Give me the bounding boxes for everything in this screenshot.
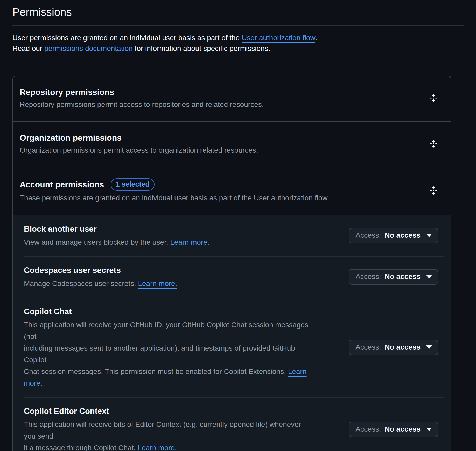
access-label: Access: bbox=[355, 344, 381, 351]
learn-more-link[interactable]: Learn more. bbox=[170, 238, 209, 246]
page-title: Permissions bbox=[12, 4, 464, 19]
section-description: These permissions are granted on an indi… bbox=[20, 193, 329, 203]
permission-name: Codespaces user secrets bbox=[24, 265, 121, 276]
permission-description-text: Manage Codespaces user secrets. bbox=[24, 279, 138, 288]
intro-line1-text: User permissions are granted on an indiv… bbox=[12, 34, 242, 42]
permission-name-line: Copilot Editor Context bbox=[24, 406, 312, 417]
fold-icon bbox=[429, 186, 438, 195]
permission-row-main: Copilot Chat This application will recei… bbox=[24, 306, 322, 389]
section-text: Organization permissions Organization pe… bbox=[20, 133, 258, 155]
permission-row-action: Access:No access bbox=[349, 269, 438, 285]
section-toggle-button[interactable] bbox=[427, 138, 440, 150]
section-title: Repository permissions bbox=[20, 87, 264, 97]
unfold-icon bbox=[429, 140, 438, 148]
access-label: Access: bbox=[355, 273, 381, 280]
permission-name-line: Codespaces user secrets bbox=[24, 265, 312, 276]
access-dropdown[interactable]: Access:No access bbox=[349, 269, 438, 285]
permissions-page: Permissions User permissions are granted… bbox=[0, 0, 476, 451]
access-label: Access: bbox=[355, 232, 381, 239]
permission-row-action: Access:No access bbox=[349, 340, 438, 355]
permission-name: Copilot Editor Context bbox=[24, 406, 109, 417]
permission-description-text: View and manage users blocked by the use… bbox=[24, 238, 170, 246]
dropdown-caret-icon bbox=[426, 428, 432, 431]
selected-count-badge: 1 selected bbox=[111, 178, 155, 191]
section-text: Repository permissions Repository permis… bbox=[20, 87, 264, 109]
permissions-documentation-link[interactable]: permissions documentation bbox=[44, 44, 133, 52]
permission-row-action: Access:No access bbox=[349, 422, 438, 437]
access-dropdown[interactable]: Access:No access bbox=[349, 340, 438, 355]
permission-row-main: Copilot Editor Context This application … bbox=[24, 406, 322, 451]
permission-row: Block another user View and manage users… bbox=[13, 215, 451, 256]
section-title-text: Repository permissions bbox=[20, 87, 114, 97]
dropdown-caret-icon bbox=[426, 345, 432, 349]
permission-section: Account permissions1 selected These perm… bbox=[13, 167, 451, 215]
intro-line1-end: . bbox=[315, 34, 317, 42]
intro-paragraph: User permissions are granted on an indiv… bbox=[12, 32, 464, 54]
section-title-text: Organization permissions bbox=[20, 133, 122, 143]
section-text: Account permissions1 selected These perm… bbox=[20, 178, 329, 203]
permission-row: Codespaces user secrets Manage Codespace… bbox=[13, 256, 451, 298]
user-authorization-flow-link[interactable]: User authorization flow bbox=[242, 34, 315, 42]
access-value: No access bbox=[384, 232, 421, 239]
permissions-list: Block another user View and manage users… bbox=[13, 215, 451, 451]
permission-row-main: Block another user View and manage users… bbox=[24, 223, 322, 248]
permission-name: Block another user bbox=[24, 223, 97, 235]
learn-more-link[interactable]: Learn more. bbox=[138, 279, 177, 288]
title-divider bbox=[12, 25, 464, 26]
dropdown-caret-icon bbox=[426, 275, 432, 278]
permission-description: Manage Codespaces user secrets. Learn mo… bbox=[24, 278, 312, 289]
permission-name: Copilot Chat bbox=[24, 306, 72, 317]
unfold-icon bbox=[429, 94, 438, 102]
permission-description: View and manage users blocked by the use… bbox=[24, 236, 312, 248]
section-title-text: Account permissions bbox=[20, 179, 104, 190]
access-value: No access bbox=[384, 344, 421, 351]
intro-line2-text: Read our bbox=[12, 44, 44, 52]
access-label: Access: bbox=[355, 426, 381, 433]
permissions-card: Repository permissions Repository permis… bbox=[12, 76, 451, 451]
permission-description-text: This application will receive your GitHu… bbox=[24, 321, 308, 375]
section-toggle-button[interactable] bbox=[427, 184, 440, 197]
section-title: Organization permissions bbox=[20, 133, 258, 143]
section-list: Repository permissions Repository permis… bbox=[13, 76, 451, 215]
section-toggle-button[interactable] bbox=[427, 92, 440, 104]
learn-more-link[interactable]: Learn more. bbox=[138, 444, 177, 451]
section-description: Repository permissions permit access to … bbox=[20, 100, 264, 109]
permission-row: Copilot Chat This application will recei… bbox=[13, 298, 451, 397]
section-description: Organization permissions permit access t… bbox=[20, 146, 258, 155]
access-value: No access bbox=[384, 426, 421, 433]
permission-section: Repository permissions Repository permis… bbox=[13, 76, 451, 122]
permission-section: Organization permissions Organization pe… bbox=[13, 122, 451, 167]
permission-description: This application will receive bits of Ed… bbox=[24, 419, 312, 451]
permission-row: Copilot Editor Context This application … bbox=[13, 397, 451, 451]
section-title: Account permissions1 selected bbox=[20, 178, 329, 191]
permission-name-line: Copilot Chat bbox=[24, 306, 312, 317]
access-value: No access bbox=[384, 273, 421, 280]
access-dropdown[interactable]: Access:No access bbox=[349, 228, 438, 243]
intro-line2-end: for information about specific permissio… bbox=[133, 44, 270, 52]
permission-description: This application will receive your GitHu… bbox=[24, 319, 312, 389]
permission-row-main: Codespaces user secrets Manage Codespace… bbox=[24, 265, 322, 289]
permission-name-line: Block another user bbox=[24, 223, 312, 235]
dropdown-caret-icon bbox=[426, 234, 432, 237]
access-dropdown[interactable]: Access:No access bbox=[349, 422, 438, 437]
permission-row-action: Access:No access bbox=[349, 228, 438, 243]
